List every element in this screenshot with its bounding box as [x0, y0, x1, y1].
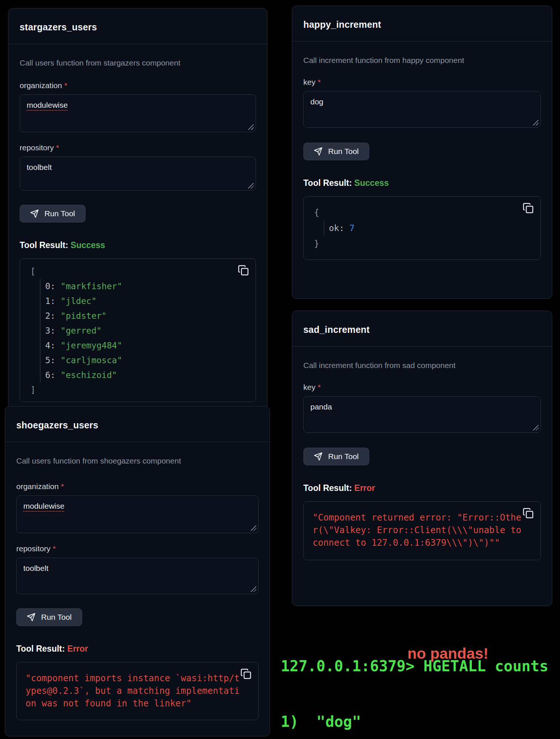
required-asterisk: * [318, 78, 321, 86]
json-open-brace: { [314, 205, 530, 220]
send-icon [30, 209, 39, 218]
json-value: "jldec" [61, 296, 97, 306]
json-item: ok: 7 [329, 220, 530, 236]
json-key: 3: [45, 326, 56, 335]
resize-handle[interactable] [251, 586, 256, 592]
tool-result-prefix: Tool Result: [20, 240, 68, 250]
send-icon [314, 147, 323, 156]
tool-card-sad-increment: sad_increment Call increment function fr… [292, 311, 552, 606]
repository-value: toolbelt [27, 163, 52, 171]
resize-handle[interactable] [533, 425, 539, 431]
tool-result-label: Tool Result: Success [303, 178, 541, 188]
copy-icon [523, 508, 534, 519]
card-header: stargazers_users [9, 9, 267, 44]
page: stargazers_users Call users function fro… [0, 0, 560, 739]
tool-description: Call users function from shoegazers comp… [16, 456, 259, 466]
json-key: 2: [45, 311, 56, 321]
key-input[interactable]: panda [303, 396, 541, 433]
copy-icon [240, 668, 251, 679]
tool-result-label: Tool Result: Error [303, 483, 541, 493]
json-key: 5: [45, 355, 56, 365]
key-input[interactable]: dog [303, 91, 541, 128]
status-badge: Success [354, 178, 389, 188]
card-body: Call increment function from happy compo… [292, 41, 552, 271]
json-item: 5: "carljmosca" [45, 353, 245, 368]
json-open-bracket: [ [30, 264, 245, 279]
resize-handle[interactable] [248, 124, 254, 130]
tool-description: Call increment function from happy compo… [303, 56, 541, 65]
field-label-text: key [303, 78, 316, 86]
json-value: "gerred" [61, 326, 102, 335]
terminal-line: 1) "dog" [281, 712, 555, 731]
field-label-key: key* [303, 78, 541, 87]
card-header: sad_increment [292, 311, 552, 347]
run-tool-label: Run Tool [328, 147, 359, 156]
json-value: "markfisher" [61, 281, 122, 291]
card-body: Call users function from stargazers comp… [9, 44, 267, 413]
result-error-viewer: "component imports instance `wasi:http/t… [16, 662, 259, 720]
json-key: ok: [329, 223, 344, 233]
field-label-text: organization [20, 81, 62, 90]
field-label-text: repository [20, 143, 54, 152]
card-body: Call increment function from sad compone… [292, 347, 552, 571]
field-label-text: organization [16, 482, 59, 491]
error-message: "component imports instance `wasi:http/t… [26, 668, 249, 714]
json-key: 1: [45, 296, 56, 306]
json-close-bracket: ] [30, 382, 245, 397]
run-tool-button[interactable]: Run Tool [20, 205, 86, 223]
status-badge: Success [71, 240, 105, 250]
resize-handle[interactable] [533, 120, 539, 126]
tool-result-label: Tool Result: Error [16, 644, 259, 654]
json-value: "carljmosca" [61, 355, 122, 365]
tool-result-prefix: Tool Result: [16, 644, 65, 653]
repository-input[interactable]: toolbelt [20, 157, 256, 191]
organization-input[interactable]: modulewise [20, 94, 256, 132]
json-item: 4: "jeremyg484" [45, 338, 245, 353]
organization-input[interactable]: modulewise [16, 495, 259, 533]
field-label-repository: repository* [16, 544, 259, 553]
json-object-items: ok: 7 [324, 220, 530, 236]
repository-input[interactable]: toolbelt [16, 558, 259, 594]
key-value: panda [310, 402, 332, 411]
run-tool-label: Run Tool [328, 452, 359, 461]
send-icon [314, 452, 323, 461]
tool-card-stargazers-users: stargazers_users Call users function fro… [8, 8, 267, 434]
required-asterisk: * [318, 383, 321, 391]
json-item: 2: "pidster" [45, 308, 245, 323]
copy-icon [238, 265, 249, 276]
required-asterisk: * [53, 544, 56, 553]
card-title: sad_increment [303, 324, 541, 335]
run-tool-button[interactable]: Run Tool [303, 143, 369, 160]
organization-value: modulewise [27, 101, 68, 109]
json-value: "pidster" [61, 311, 107, 321]
organization-value: modulewise [23, 502, 64, 510]
copy-icon [523, 203, 534, 214]
card-title: happy_increment [303, 19, 541, 30]
run-tool-button[interactable]: Run Tool [16, 608, 82, 626]
tool-result-label: Tool Result: Success [20, 240, 256, 250]
resize-handle[interactable] [248, 183, 254, 188]
run-tool-button[interactable]: Run Tool [303, 448, 369, 465]
json-item: 1: "jldec" [45, 294, 245, 308]
tool-result-prefix: Tool Result: [303, 483, 352, 493]
no-pandas-annotation: no pandas! [407, 644, 489, 663]
field-label-organization: organization* [16, 482, 259, 491]
run-tool-label: Run Tool [41, 613, 72, 622]
resize-handle[interactable] [251, 525, 256, 531]
copy-button[interactable] [523, 508, 534, 519]
json-value: 7 [349, 223, 354, 233]
send-icon [27, 613, 36, 622]
json-close-brace: } [314, 236, 530, 251]
copy-button[interactable] [523, 203, 534, 214]
tool-result-prefix: Tool Result: [303, 178, 352, 188]
required-asterisk: * [64, 81, 67, 90]
card-title: stargazers_users [20, 22, 256, 33]
copy-button[interactable] [238, 265, 249, 276]
tool-card-happy-increment: happy_increment Call increment function … [292, 6, 552, 299]
result-json-viewer: [ 0: "markfisher" 1: "jldec" 2: "pidster… [20, 258, 256, 402]
error-message: "Component returned error: "Error::Othe … [313, 507, 531, 554]
card-body: Call users function from shoegazers comp… [5, 442, 270, 731]
run-tool-label: Run Tool [44, 209, 75, 218]
copy-button[interactable] [240, 668, 251, 679]
result-error-viewer: "Component returned error: "Error::Othe … [303, 501, 541, 560]
